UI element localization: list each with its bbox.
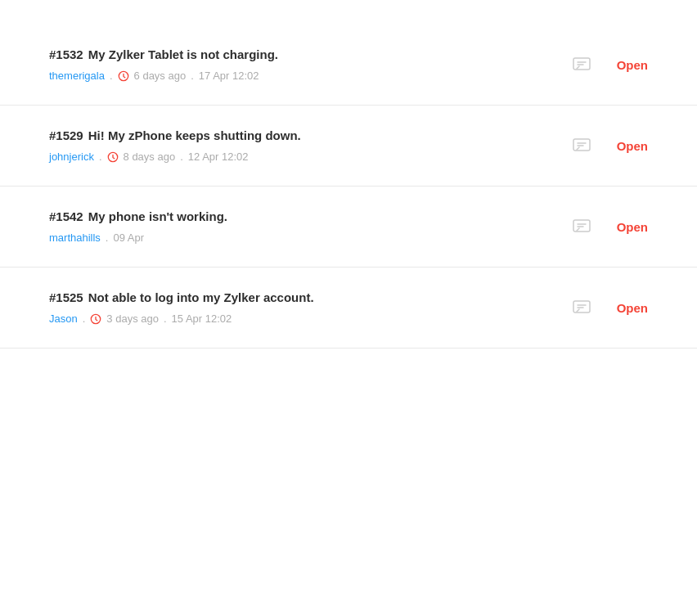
ticket-right: Open	[571, 216, 648, 237]
ticket-right: Open	[571, 297, 648, 318]
ticket-left: #1542 My phone isn't working. marthahill…	[49, 209, 571, 244]
ticket-dot-2: .	[164, 312, 167, 325]
ticket-author[interactable]: johnjerick	[49, 151, 94, 163]
ticket-date: 15 Apr 12:02	[172, 312, 232, 325]
ticket-right: Open	[571, 135, 648, 156]
ticket-title-row: #1525 Not able to log into my Zylker acc…	[49, 290, 571, 304]
svg-rect-12	[573, 301, 590, 312]
ticket-subject: My phone isn't working.	[88, 209, 227, 223]
ticket-meta-row: themerigala . 6 days ago . 17 Apr 12:02	[49, 70, 571, 82]
svg-rect-1	[573, 58, 590, 70]
ticket-title-row: #1532 My Zylker Tablet is not charging.	[49, 47, 571, 61]
ticket-age: 6 days ago	[134, 70, 187, 82]
ticket-age: 3 days ago	[106, 312, 159, 325]
ticket-id: #1529	[49, 128, 83, 142]
ticket-title-row: #1542 My phone isn't working.	[49, 209, 571, 223]
ticket-item[interactable]: #1542 My phone isn't working. marthahill…	[0, 187, 697, 268]
message-icon	[571, 135, 592, 156]
ticket-left: #1525 Not able to log into my Zylker acc…	[49, 290, 571, 325]
ticket-item[interactable]: #1532 My Zylker Tablet is not charging. …	[0, 25, 697, 106]
ticket-dot-1: .	[106, 232, 109, 244]
ticket-status: Open	[607, 220, 648, 234]
ticket-title-row: #1529 Hi! My zPhone keeps shutting down.	[49, 128, 571, 142]
message-icon	[571, 216, 592, 237]
ticket-right: Open	[571, 54, 648, 75]
svg-rect-8	[573, 220, 590, 232]
ticket-dot-1: .	[83, 312, 86, 325]
ticket-dot-1: .	[99, 151, 102, 163]
ticket-date: 17 Apr 12:02	[199, 70, 259, 82]
ticket-id: #1525	[49, 290, 83, 304]
svg-rect-5	[573, 139, 590, 151]
ticket-dot-1: .	[110, 70, 113, 82]
ticket-id: #1542	[49, 209, 83, 223]
ticket-subject: My Zylker Tablet is not charging.	[88, 47, 278, 61]
ticket-meta-row: johnjerick . 8 days ago . 12 Apr 12:02	[49, 151, 571, 163]
message-icon	[571, 297, 592, 318]
ticket-left: #1532 My Zylker Tablet is not charging. …	[49, 47, 571, 82]
ticket-list: #1532 My Zylker Tablet is not charging. …	[0, 25, 697, 348]
ticket-dot-2: .	[180, 151, 183, 163]
ticket-id: #1532	[49, 47, 83, 61]
ticket-left: #1529 Hi! My zPhone keeps shutting down.…	[49, 128, 571, 163]
ticket-item[interactable]: #1525 Not able to log into my Zylker acc…	[0, 268, 697, 348]
ticket-meta-row: Jason . 3 days ago . 15 Apr 12:02	[49, 312, 571, 325]
clock-icon	[118, 70, 129, 82]
ticket-subject: Not able to log into my Zylker account.	[88, 290, 314, 304]
ticket-meta-row: marthahills . 09 Apr	[49, 232, 571, 244]
ticket-author[interactable]: marthahills	[49, 232, 101, 244]
clock-icon	[90, 313, 101, 325]
ticket-dot-2: .	[191, 70, 194, 82]
ticket-status: Open	[607, 58, 648, 72]
ticket-date: 12 Apr 12:02	[188, 151, 249, 163]
ticket-status: Open	[607, 139, 648, 153]
clock-icon	[107, 151, 119, 163]
message-icon	[571, 54, 592, 75]
ticket-date: 09 Apr	[113, 232, 144, 244]
ticket-age: 8 days ago	[124, 151, 176, 163]
ticket-author[interactable]: themerigala	[49, 70, 105, 82]
ticket-status: Open	[607, 301, 648, 315]
ticket-subject: Hi! My zPhone keeps shutting down.	[88, 128, 301, 142]
ticket-author[interactable]: Jason	[49, 312, 78, 325]
ticket-item[interactable]: #1529 Hi! My zPhone keeps shutting down.…	[0, 106, 697, 187]
